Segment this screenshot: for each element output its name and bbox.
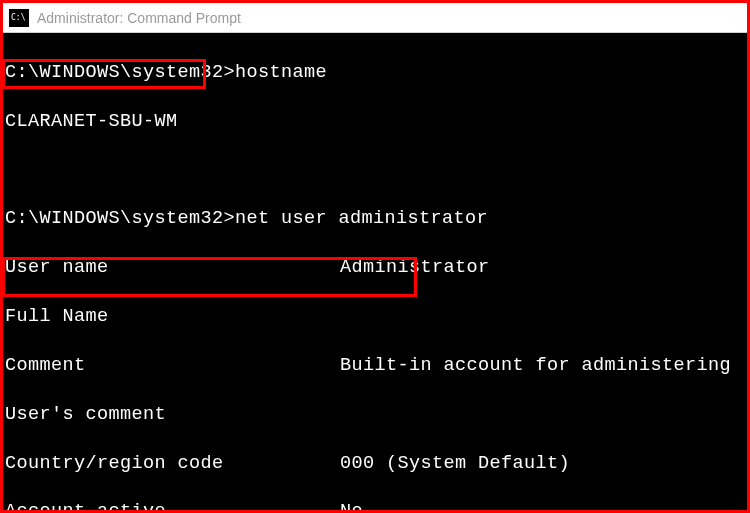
window-title: Administrator: Command Prompt — [37, 10, 241, 26]
label-full-name: Full Name — [5, 305, 340, 329]
prompt-line-1: C:\WINDOWS\system32>hostname — [5, 61, 745, 85]
prompt: C:\WINDOWS\system32> — [5, 62, 235, 83]
prompt-line-2: C:\WINDOWS\system32>net user administrat… — [5, 207, 745, 231]
row-user-name: User nameAdministrator — [5, 256, 745, 280]
row-full-name: Full Name — [5, 305, 745, 329]
label-country: Country/region code — [5, 452, 340, 476]
row-users-comment: User's comment — [5, 403, 745, 427]
cmd-icon — [9, 9, 29, 27]
terminal-output[interactable]: C:\WINDOWS\system32>hostname CLARANET-SB… — [3, 33, 747, 510]
prompt: C:\WINDOWS\system32> — [5, 208, 235, 229]
titlebar[interactable]: Administrator: Command Prompt — [3, 3, 747, 33]
label-user-name: User name — [5, 256, 340, 280]
label-users-comment: User's comment — [5, 403, 340, 427]
command-netuser: net user administrator — [235, 208, 488, 229]
value-country: 000 (System Default) — [340, 453, 570, 474]
value-account-active: No — [340, 501, 363, 510]
label-account-active: Account active — [5, 500, 340, 510]
window-frame: Administrator: Command Prompt C:\WINDOWS… — [0, 0, 750, 513]
blank-line — [5, 159, 745, 183]
value-comment: Built-in account for administering — [340, 355, 731, 376]
label-comment: Comment — [5, 354, 340, 378]
command-hostname: hostname — [235, 62, 327, 83]
hostname-output: CLARANET-SBU-WM — [5, 110, 745, 134]
row-country: Country/region code000 (System Default) — [5, 452, 745, 476]
row-comment: CommentBuilt-in account for administerin… — [5, 354, 745, 378]
row-account-active: Account activeNo — [5, 500, 745, 510]
value-user-name: Administrator — [340, 257, 490, 278]
